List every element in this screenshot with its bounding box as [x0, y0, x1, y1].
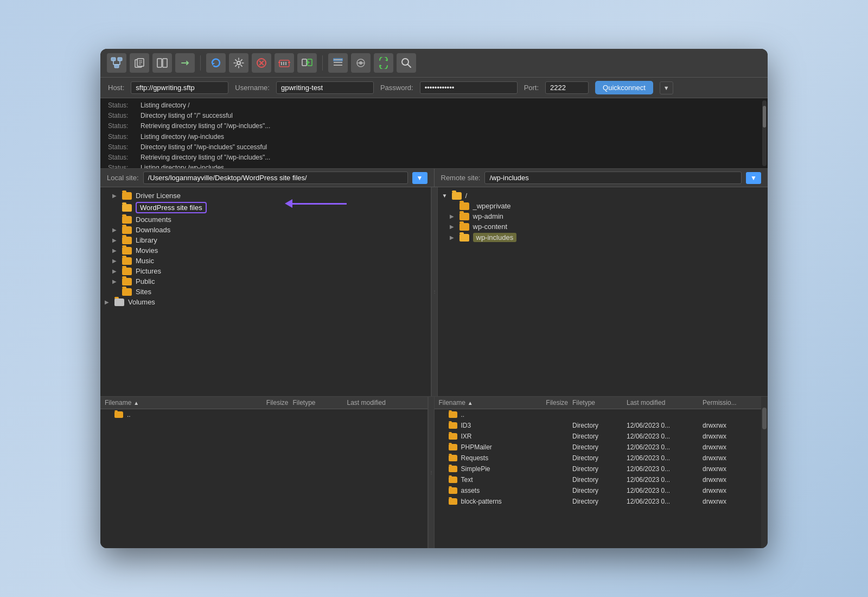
- tree-item-label: /: [465, 192, 468, 200]
- tree-item-documents[interactable]: Documents: [100, 214, 431, 225]
- toolbar-separator-2: [322, 55, 323, 71]
- col-filesize-header[interactable]: Filesize: [250, 399, 293, 407]
- tree-item-public[interactable]: ▶ Public: [100, 276, 431, 287]
- file-row-name: assets: [439, 487, 529, 494]
- tree-item-downloads[interactable]: ▶ Downloads: [100, 225, 431, 235]
- tree-item-label: Pictures: [136, 267, 161, 275]
- compare-icon[interactable]: [351, 53, 371, 73]
- file-row[interactable]: SimplePie Directory 12/06/2023 0... drwx…: [435, 463, 762, 474]
- remote-file-rows: .. ID3 Directory 12/06/2023: [435, 409, 762, 548]
- remote-col-filesize-header[interactable]: Filesize: [529, 399, 572, 407]
- tree-item-pictures[interactable]: ▶ Pictures: [100, 266, 431, 276]
- tree-item-library[interactable]: ▶ Library: [100, 235, 431, 245]
- disconnect-icon[interactable]: [275, 53, 294, 73]
- local-panel: ▶ Driver License WordPress site files Do…: [100, 187, 431, 396]
- tree-item-sites[interactable]: Sites: [100, 287, 431, 297]
- local-path-input[interactable]: [143, 172, 408, 184]
- host-input[interactable]: [131, 81, 228, 94]
- tree-item-wordpress-files[interactable]: WordPress site files: [100, 201, 431, 214]
- remote-col-filetype-header[interactable]: Filetype: [572, 399, 627, 407]
- file-list-divider[interactable]: ⋮: [428, 397, 435, 548]
- file-row[interactable]: block-patterns Directory 12/06/2023 0...…: [435, 496, 762, 507]
- tree-item-root[interactable]: ▼ /: [438, 190, 768, 201]
- sort-arrow-icon: ▲: [133, 400, 139, 406]
- file-row[interactable]: Requests Directory 12/06/2023 0... drwxr…: [435, 453, 762, 463]
- local-file-list-header: Filename ▲ Filesize Filetype Last modifi…: [100, 397, 427, 409]
- file-row[interactable]: ..: [435, 409, 762, 420]
- tree-item-music[interactable]: ▶ Music: [100, 256, 431, 266]
- search-files-icon[interactable]: [397, 53, 416, 73]
- split-view-icon[interactable]: [152, 53, 172, 73]
- quickconnect-dropdown-button[interactable]: ▼: [660, 81, 673, 94]
- log-line: Status: Listing directory /wp-includes: [108, 163, 760, 169]
- download-transfer-icon[interactable]: [297, 53, 317, 73]
- tree-item-wp-includes[interactable]: ▶ wp-includes: [438, 232, 768, 243]
- chevron-icon: ▶: [450, 224, 457, 230]
- folder-icon: [459, 213, 469, 220]
- log-line: Status: Retrieving directory listing of …: [108, 121, 760, 131]
- quickconnect-button[interactable]: Quickconnect: [595, 81, 653, 94]
- tree-item-movies[interactable]: ▶ Movies: [100, 245, 431, 256]
- tree-item-wpeprivate[interactable]: _wpeprivate: [438, 201, 768, 211]
- new-tab-icon[interactable]: [130, 53, 149, 73]
- file-row-type: Directory: [572, 422, 627, 429]
- col-filetype-header[interactable]: Filetype: [293, 399, 347, 407]
- tree-item-label: wp-content: [473, 223, 508, 231]
- remote-col-modified-header[interactable]: Last modified: [627, 399, 703, 407]
- remote-scrollbar[interactable]: [761, 397, 768, 548]
- folder-icon: [449, 487, 457, 494]
- tree-item-label: Library: [136, 236, 157, 244]
- file-row[interactable]: Text Directory 12/06/2023 0... drwxrwx: [435, 474, 762, 485]
- log-line: Status: Listing directory /: [108, 100, 760, 111]
- remote-path-input[interactable]: [484, 172, 742, 184]
- chevron-icon: ▶: [112, 237, 120, 243]
- log-scrollbar[interactable]: [762, 100, 767, 166]
- settings-icon[interactable]: [229, 53, 248, 73]
- remote-col-filename-header[interactable]: Filename ▲: [439, 399, 529, 407]
- tree-item-wp-content[interactable]: ▶ wp-content: [438, 221, 768, 232]
- tree-item-driver-license[interactable]: ▶ Driver License: [100, 190, 431, 201]
- tree-item-label: wp-admin: [473, 212, 503, 220]
- file-row-perms: drwxrwx: [703, 454, 757, 462]
- filetype-header-label: Filetype: [293, 399, 316, 407]
- file-row[interactable]: PHPMailer Directory 12/06/2023 0... drwx…: [435, 442, 762, 453]
- tree-item-volumes[interactable]: ▶ Volumes: [100, 297, 431, 307]
- filename-label: Text: [461, 476, 473, 484]
- main-panels: ▶ Driver License WordPress site files Do…: [100, 187, 768, 396]
- remote-col-perms-header[interactable]: Permissio...: [703, 399, 757, 407]
- refresh-icon[interactable]: [206, 53, 226, 73]
- folder-icon: [449, 411, 457, 418]
- col-filename-header[interactable]: Filename ▲: [105, 399, 250, 407]
- file-row-name: SimplePie: [439, 465, 529, 473]
- username-input[interactable]: [276, 81, 374, 94]
- queue-icon[interactable]: [328, 53, 348, 73]
- password-input[interactable]: [420, 81, 518, 94]
- tree-item-label: Music: [136, 257, 154, 265]
- folder-icon: [459, 223, 469, 231]
- sync-browse-icon[interactable]: [374, 53, 393, 73]
- file-row[interactable]: ID3 Directory 12/06/2023 0... drwxrwx: [435, 420, 762, 431]
- file-row[interactable]: ..: [100, 409, 427, 420]
- tree-item-wp-admin[interactable]: ▶ wp-admin: [438, 211, 768, 221]
- svg-rect-0: [111, 58, 116, 61]
- col-modified-header[interactable]: Last modified: [347, 399, 423, 407]
- site-manager-icon[interactable]: [107, 53, 126, 73]
- file-row-modified: 12/06/2023 0...: [627, 487, 703, 494]
- svg-marker-34: [385, 59, 387, 61]
- file-row[interactable]: assets Directory 12/06/2023 0... drwxrwx: [435, 485, 762, 496]
- remote-path-dropdown[interactable]: ▼: [746, 172, 761, 184]
- file-row-type: Directory: [572, 465, 627, 473]
- tree-item-label: Public: [136, 277, 155, 285]
- panel-divider[interactable]: ⋮: [431, 187, 438, 396]
- folder-icon: [449, 433, 457, 440]
- filename-header-label: Filename: [105, 399, 131, 407]
- file-list-area: Filename ▲ Filesize Filetype Last modifi…: [100, 396, 768, 548]
- svg-marker-35: [380, 65, 382, 67]
- cancel-icon[interactable]: [252, 53, 271, 73]
- port-input[interactable]: [545, 81, 589, 94]
- file-row[interactable]: IXR Directory 12/06/2023 0... drwxrwx: [435, 431, 762, 442]
- reconnect-icon[interactable]: [175, 53, 195, 73]
- folder-icon: [449, 466, 457, 472]
- password-label: Password:: [380, 84, 413, 92]
- local-path-dropdown[interactable]: ▼: [412, 172, 427, 184]
